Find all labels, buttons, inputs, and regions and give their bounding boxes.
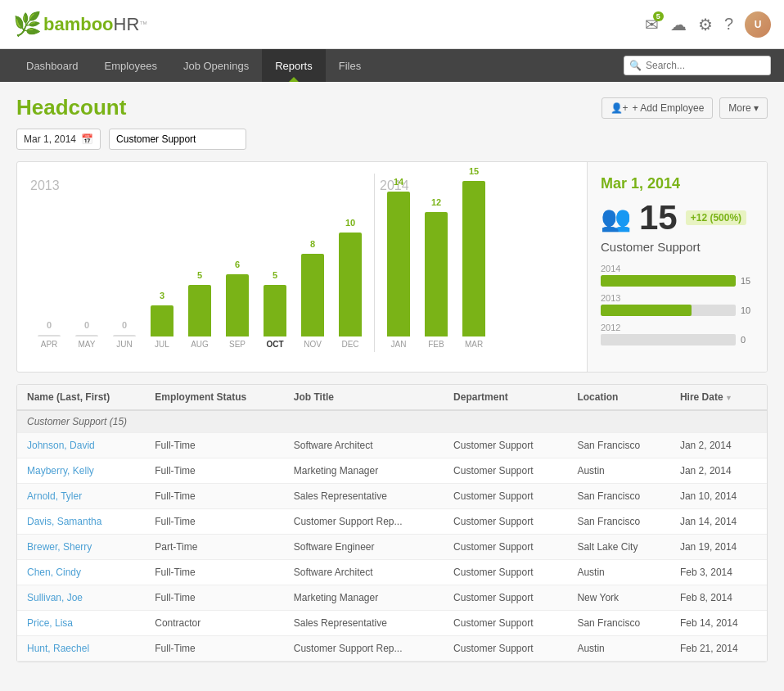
nav-employees[interactable]: Employees	[92, 49, 170, 82]
bar-group: 6SEP	[219, 260, 256, 352]
bar-group: 3JUL	[143, 291, 181, 352]
cloud-button[interactable]: ☁	[670, 15, 687, 34]
more-button[interactable]: More ▾	[719, 97, 768, 119]
table-row: Mayberry, KellyFull-TimeMarketing Manage…	[17, 458, 767, 484]
table-cell: Customer Support	[444, 433, 567, 458]
col-job-title: Job Title	[284, 385, 444, 410]
table-cell: Feb 14, 2014	[670, 611, 767, 636]
summary-count-row: 👥 15 +12 (500%)	[601, 201, 754, 235]
col-hire-date[interactable]: Hire Date	[670, 385, 767, 410]
table-cell: San Francisco	[567, 509, 670, 535]
nav-reports[interactable]: Reports	[262, 49, 326, 82]
employee-link[interactable]: Johnson, David	[27, 440, 95, 451]
table-cell: Part-Time	[145, 535, 284, 560]
bar-group: 10DEC	[331, 218, 369, 352]
table-cell: Customer Support	[444, 535, 567, 560]
nav-job-openings[interactable]: Job Openings	[170, 49, 262, 82]
col-status: Employment Status	[145, 385, 284, 410]
employees-table: Name (Last, First) Employment Status Job…	[17, 385, 767, 662]
department-filter[interactable]	[109, 129, 246, 150]
header-actions: 👤+ + Add Employee More ▾	[602, 97, 768, 119]
employee-link[interactable]: Arnold, Tyler	[27, 490, 82, 502]
page-title: Headcount	[16, 95, 126, 120]
notification-badge: 5	[653, 11, 664, 21]
top-bar: 🌿 bamboo HR ™ ✉ 5 ☁ ⚙ ? U	[0, 0, 784, 49]
employee-link[interactable]: Davis, Samantha	[27, 516, 101, 527]
table-row: Price, LisaContractorSales Representativ…	[17, 611, 767, 636]
table-cell: Salt Lake City	[567, 535, 670, 560]
table-cell: Feb 21, 2014	[670, 636, 767, 662]
table-group-row: Customer Support (15)	[17, 410, 767, 433]
employee-link[interactable]: Hunt, Raechel	[27, 643, 89, 654]
table-row: Brewer, SherryPart-TimeSoftware Engineer…	[17, 535, 767, 560]
table-cell: Software Architect	[284, 433, 444, 458]
notifications-button[interactable]: ✉ 5	[645, 15, 659, 34]
logo-tm: ™	[139, 20, 147, 29]
table-cell: San Francisco	[567, 433, 670, 458]
summary-year-row: 20120	[601, 323, 754, 346]
bar-group: 15MAR	[455, 166, 493, 352]
help-button[interactable]: ?	[724, 15, 733, 34]
bar-group: 5OCT	[256, 270, 294, 352]
bar-group: 0JUN	[106, 320, 143, 352]
table-body: Customer Support (15)Johnson, DavidFull-…	[17, 410, 767, 662]
table-cell: Jan 19, 2014	[670, 535, 767, 560]
calendar-icon: 📅	[81, 133, 93, 145]
table-cell: Austin	[567, 636, 670, 662]
employee-link[interactable]: Brewer, Sherry	[27, 541, 92, 553]
nav-dashboard[interactable]: Dashboard	[13, 49, 92, 82]
bar-group: 12FEB	[417, 197, 455, 352]
table-cell: Jan 14, 2014	[670, 509, 767, 535]
table-cell: Marketing Manager	[284, 585, 444, 611]
summary-date: Mar 1, 2014	[601, 175, 754, 192]
table-cell: Full-Time	[145, 585, 284, 611]
table-cell: Full-Time	[145, 484, 284, 509]
nav-search-area: 🔍	[624, 56, 771, 75]
table-cell: Customer Support	[444, 636, 567, 662]
add-employee-button[interactable]: 👤+ + Add Employee	[602, 97, 714, 119]
table-cell: San Francisco	[567, 611, 670, 636]
settings-button[interactable]: ⚙	[698, 15, 713, 34]
nav-files[interactable]: Files	[326, 49, 374, 82]
table-cell: Sales Representative	[284, 484, 444, 509]
date-filter[interactable]: Mar 1, 2014 📅	[16, 129, 101, 150]
employee-link[interactable]: Mayberry, Kelly	[27, 465, 94, 476]
page-content: Headcount 👤+ + Add Employee More ▾ Mar 1…	[0, 82, 784, 691]
table-cell: Customer Support	[444, 560, 567, 585]
table-cell: Software Engineer	[284, 535, 444, 560]
summary-year-row: 201310	[601, 293, 754, 316]
table-cell: New York	[567, 585, 670, 611]
table-cell: Customer Support	[444, 509, 567, 535]
employee-link[interactable]: Price, Lisa	[27, 617, 73, 629]
col-department: Department	[444, 385, 567, 410]
bar-group: 0APR	[30, 320, 68, 352]
top-icons: ✉ 5 ☁ ⚙ ? U	[645, 11, 771, 38]
table-cell: Full-Time	[145, 433, 284, 458]
bar-group: 5AUG	[181, 270, 219, 352]
table-row: Davis, SamanthaFull-TimeCustomer Support…	[17, 509, 767, 535]
bar-group: 8NOV	[294, 239, 331, 352]
employee-link[interactable]: Sullivan, Joe	[27, 592, 83, 603]
table-cell: Jan 2, 2014	[670, 433, 767, 458]
table-cell: Jan 2, 2014	[670, 458, 767, 484]
avatar[interactable]: U	[745, 11, 771, 38]
table-cell: Full-Time	[145, 560, 284, 585]
summary-years: 20141520131020120	[601, 264, 754, 346]
search-input[interactable]	[624, 56, 771, 75]
table-cell: Customer Support	[444, 611, 567, 636]
table-cell: Feb 8, 2014	[670, 585, 767, 611]
logo: 🌿 bamboo HR ™	[13, 11, 147, 38]
employee-link[interactable]: Chen, Cindy	[27, 567, 81, 578]
table-cell: Feb 3, 2014	[670, 560, 767, 585]
people-icon: 👥	[601, 204, 631, 233]
logo-leaf-icon: 🌿	[13, 11, 42, 38]
table-row: Johnson, DavidFull-TimeSoftware Architec…	[17, 433, 767, 458]
table-row: Chen, CindyFull-TimeSoftware ArchitectCu…	[17, 560, 767, 585]
table-cell: Customer Support	[444, 458, 567, 484]
chart-main: 20130APR0MAY0JUN3JUL5AUG6SEP5OCT8NOV10DE…	[17, 162, 587, 372]
search-icon: 🔍	[629, 60, 642, 71]
table-cell: Full-Time	[145, 458, 284, 484]
gear-icon: ⚙	[698, 16, 713, 34]
logo-hr-text: HR	[114, 14, 140, 35]
summary-panel: Mar 1, 2014 👥 15 +12 (500%) Customer Sup…	[587, 162, 767, 372]
